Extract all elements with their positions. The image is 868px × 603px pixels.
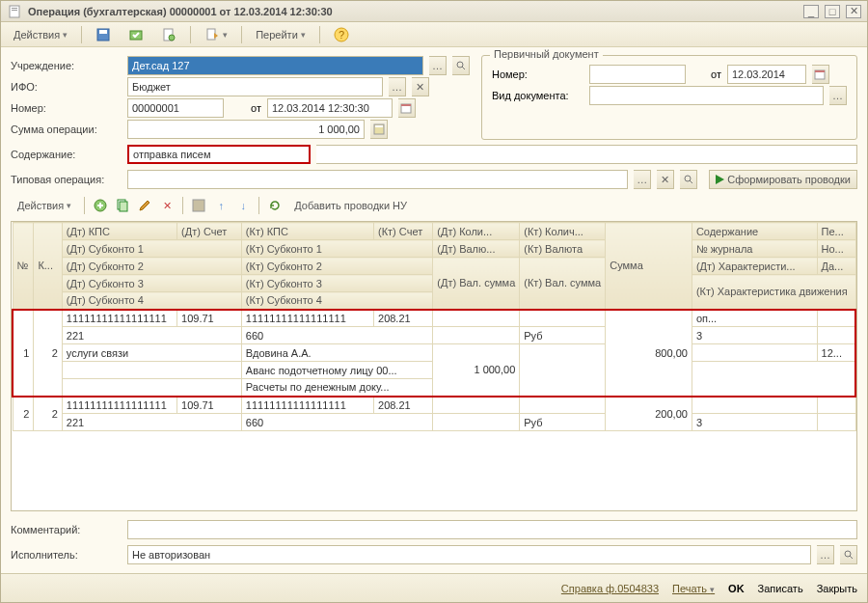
form-container: Учреждение: Дет.сад 127 … ИФО: Бюджет … … — [1, 47, 867, 573]
pd-date-input[interactable]: 12.03.2014 — [727, 65, 806, 84]
col-no: № — [13, 223, 34, 310]
col-dt-kps: (Дт) КПС — [62, 223, 176, 240]
svg-rect-14 — [401, 104, 411, 106]
number-input[interactable]: 00000001 — [127, 98, 224, 118]
svg-rect-0 — [10, 6, 19, 17]
tb-doc-icon[interactable] — [154, 24, 183, 45]
tb-basis-icon[interactable]: ▾ — [198, 24, 234, 45]
svg-point-7 — [169, 35, 175, 41]
pd-kind-input[interactable] — [589, 86, 824, 105]
executor-select-button[interactable]: … — [817, 545, 834, 564]
grid-actions-menu[interactable]: Действия▾ — [11, 197, 78, 214]
col-per: Пе... — [817, 223, 855, 240]
typop-select-button[interactable]: … — [634, 170, 651, 189]
sum-input[interactable]: 1 000,00 — [127, 120, 365, 139]
minimize-button[interactable]: _ — [803, 5, 819, 18]
save-button[interactable]: Записать — [758, 583, 803, 594]
svg-text:?: ? — [339, 29, 344, 41]
pd-kind-select-button[interactable]: … — [829, 86, 847, 105]
add-nu-button[interactable]: Добавить проводки НУ — [287, 197, 414, 214]
institution-input[interactable]: Дет.сад 127 — [127, 56, 423, 75]
col-dt-acct: (Дт) Счет — [177, 223, 242, 240]
footer-bar: Справка ф.0504833 Печать ▾ OK Записать З… — [1, 573, 867, 602]
grid-toolbar: Действия▾ ✕ ↑ ↓ Добавить проводки НУ — [11, 194, 857, 217]
executor-open-button[interactable] — [840, 545, 857, 564]
svg-rect-1 — [12, 8, 17, 9]
ifo-select-button[interactable]: … — [389, 77, 406, 96]
svg-rect-16 — [375, 125, 383, 127]
table-row[interactable]: 1 2 11111111111111111109.71 111111111111… — [13, 310, 855, 327]
close-button[interactable]: Закрыть — [817, 583, 857, 594]
move-down-icon[interactable]: ↓ — [233, 196, 253, 215]
svg-rect-24 — [193, 200, 204, 211]
content-input-ext[interactable] — [316, 145, 857, 164]
content-label: Содержание: — [11, 149, 122, 160]
svg-line-26 — [850, 556, 853, 559]
pd-number-label: Номер: — [492, 69, 583, 80]
col-kt-kps: (Кт) КПС — [241, 223, 373, 240]
generate-button[interactable]: Сформировать проводки — [709, 170, 857, 189]
date-input[interactable]: 12.03.2014 12:30:30 — [267, 98, 393, 118]
ifo-input[interactable]: Бюджет — [127, 77, 383, 96]
doc-icon — [7, 4, 22, 19]
operation-window: Операция (бухгалтерская) 00000001 от 12.… — [0, 0, 868, 603]
number-label: Номер: — [11, 102, 122, 114]
play-icon — [716, 175, 724, 184]
col-dt-qty: (Дт) Коли... — [433, 223, 520, 240]
comment-input[interactable] — [127, 520, 857, 539]
primary-doc-fieldset: Первичный документ Номер: от 12.03.2014 … — [481, 55, 857, 140]
typop-clear-button[interactable]: ✕ — [657, 170, 674, 189]
svg-line-12 — [462, 67, 465, 69]
svg-rect-18 — [815, 70, 825, 72]
edit-row-icon[interactable] — [135, 196, 154, 215]
institution-open-button[interactable] — [452, 56, 470, 75]
date-picker-button[interactable] — [398, 98, 416, 118]
svg-rect-8 — [207, 29, 215, 40]
table-row[interactable]: 2 2 11111111111111111109.71 111111111111… — [13, 397, 855, 414]
pd-number-input[interactable] — [589, 65, 686, 84]
sum-calc-button[interactable] — [370, 120, 388, 139]
col-kt-acct: (Кт) Счет — [374, 223, 433, 240]
executor-input[interactable]: Не авторизован — [127, 545, 811, 564]
window-title: Операция (бухгалтерская) 00000001 от 12.… — [28, 6, 798, 17]
col-kt-qty: (Кт) Колич... — [520, 223, 606, 240]
help-button[interactable]: ? — [327, 24, 356, 45]
copy-row-icon[interactable] — [113, 196, 132, 215]
report-link[interactable]: Справка ф.0504833 — [561, 583, 659, 594]
svg-rect-4 — [99, 30, 107, 34]
tb-save-icon[interactable] — [89, 24, 118, 45]
tb-post-icon[interactable] — [122, 24, 150, 45]
print-menu[interactable]: Печать ▾ — [672, 583, 715, 594]
add-row-icon[interactable] — [91, 196, 110, 215]
col-content: Содержание — [692, 223, 817, 240]
col-k: К... — [34, 223, 62, 310]
refresh-icon[interactable] — [265, 196, 285, 215]
executor-label: Исполнитель: — [11, 549, 122, 561]
ifo-clear-button[interactable]: ✕ — [412, 77, 429, 96]
table-row[interactable]: 221660 Руб3 — [13, 414, 855, 431]
grid-header-row: № К... (Дт) КПС (Дт) Счет (Кт) КПС (Кт) … — [13, 223, 855, 240]
grid-subheader-row-2: (Дт) Субконто 2 (Кт) Субконто 2 (Дт) Вал… — [13, 258, 855, 275]
pd-date-picker-button[interactable] — [812, 65, 829, 84]
ok-button[interactable]: OK — [728, 583, 745, 594]
goto-menu[interactable]: Перейти▾ — [249, 26, 312, 43]
typop-open-button[interactable] — [680, 170, 697, 189]
close-window-button[interactable]: ✕ — [846, 5, 861, 18]
typop-label: Типовая операция: — [11, 174, 122, 185]
actions-menu[interactable]: Действия▾ — [7, 26, 74, 43]
pd-from-label: от — [711, 69, 721, 80]
delete-row-icon[interactable]: ✕ — [157, 196, 176, 215]
table-row[interactable]: 221660 Руб3 — [13, 327, 855, 344]
typop-input[interactable] — [127, 170, 628, 189]
table-row[interactable]: услуги связиВдовина А.А. 1 000,0012... — [13, 344, 855, 362]
entries-grid[interactable]: № К... (Дт) КПС (Дт) Счет (Кт) КПС (Кт) … — [11, 221, 857, 511]
primary-doc-legend: Первичный документ — [490, 48, 603, 60]
content-input[interactable]: отправка писем — [127, 145, 311, 164]
col-sum: Сумма — [606, 223, 692, 310]
move-up-icon[interactable]: ↑ — [211, 196, 231, 215]
save-row-icon[interactable] — [189, 196, 208, 215]
date-from-label: от — [251, 102, 261, 114]
maximize-button[interactable]: □ — [825, 5, 840, 18]
grid-subheader-row-1: (Дт) Субконто 1 (Кт) Субконто 1 (Дт) Вал… — [13, 240, 855, 258]
institution-select-button[interactable]: … — [429, 56, 447, 75]
